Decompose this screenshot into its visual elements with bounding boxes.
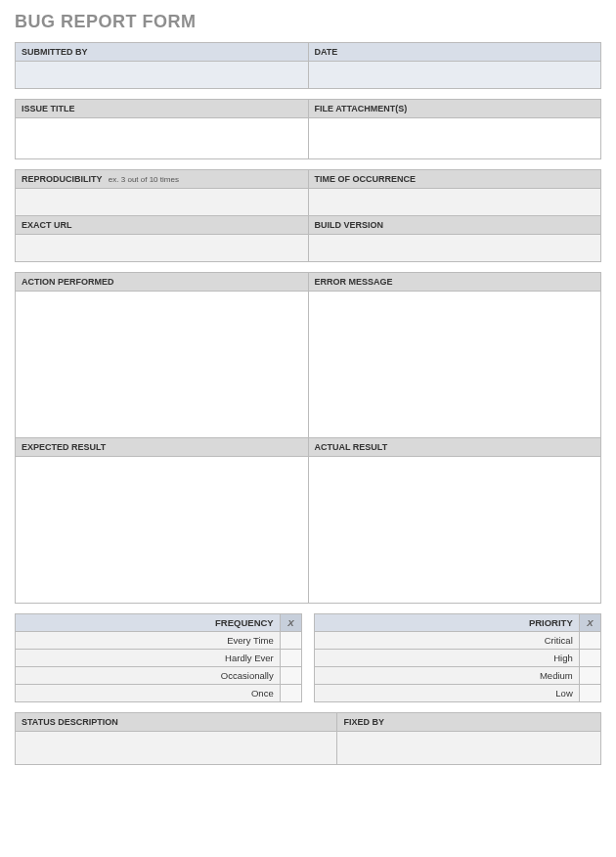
freq-option: Once (16, 685, 281, 702)
field-fixed-by[interactable] (337, 732, 601, 765)
pri-check-1[interactable] (579, 650, 600, 667)
pri-option: Medium (315, 667, 580, 685)
label-date: DATE (308, 43, 601, 62)
field-date[interactable] (308, 62, 601, 89)
label-fixed-by: FIXED BY (337, 713, 601, 732)
label-exact-url: EXACT URL (16, 216, 309, 235)
pri-option: High (315, 650, 580, 667)
label-action-performed: ACTION PERFORMED (16, 273, 309, 292)
label-reproducibility: REPRODUCIBILITY ex. 3 out of 10 times (16, 170, 309, 189)
gap (301, 614, 314, 632)
freq-option: Hardly Ever (16, 650, 281, 667)
label-status-description: STATUS DESCRIPTION (16, 713, 337, 732)
field-status-description[interactable] (16, 732, 337, 765)
field-time-of-occurrence[interactable] (308, 189, 601, 216)
section-submitted-date: SUBMITTED BY DATE (15, 42, 601, 89)
label-expected-result: EXPECTED RESULT (16, 438, 309, 457)
label-reproducibility-text: REPRODUCIBILITY (22, 174, 102, 184)
pri-option: Low (315, 685, 580, 702)
label-time-of-occurrence: TIME OF OCCURRENCE (308, 170, 601, 189)
section-status-fixed: STATUS DESCRIPTION FIXED BY (15, 712, 601, 765)
header-priority: PRIORITY (315, 614, 580, 632)
freq-check-1[interactable] (280, 650, 301, 667)
field-expected-result[interactable] (16, 457, 309, 604)
header-frequency-x: X (280, 614, 301, 632)
field-action-performed[interactable] (16, 292, 309, 438)
field-issue-title[interactable] (16, 118, 309, 159)
field-file-attachments[interactable] (308, 118, 601, 159)
section-issue-attachment: ISSUE TITLE FILE ATTACHMENT(S) (15, 99, 601, 159)
field-build-version[interactable] (308, 235, 601, 262)
pri-check-3[interactable] (579, 685, 600, 702)
page-title: BUG REPORT FORM (15, 12, 601, 32)
field-submitted-by[interactable] (16, 62, 309, 89)
freq-check-2[interactable] (280, 667, 301, 685)
label-build-version: BUILD VERSION (308, 216, 601, 235)
field-error-message[interactable] (308, 292, 601, 438)
pri-check-0[interactable] (579, 632, 600, 650)
label-error-message: ERROR MESSAGE (308, 273, 601, 292)
freq-check-0[interactable] (280, 632, 301, 650)
field-exact-url[interactable] (16, 235, 309, 262)
hint-reproducibility: ex. 3 out of 10 times (109, 175, 179, 184)
label-file-attachments: FILE ATTACHMENT(S) (308, 100, 601, 118)
header-frequency: FREQUENCY (16, 614, 281, 632)
section-reproducibility: REPRODUCIBILITY ex. 3 out of 10 times TI… (15, 169, 601, 262)
label-issue-title: ISSUE TITLE (16, 100, 309, 118)
label-submitted-by: SUBMITTED BY (16, 43, 309, 62)
pri-option: Critical (315, 632, 580, 650)
header-priority-x: X (579, 614, 600, 632)
field-reproducibility[interactable] (16, 189, 309, 216)
label-actual-result: ACTUAL RESULT (308, 438, 601, 457)
freq-check-3[interactable] (280, 685, 301, 702)
section-action-error: ACTION PERFORMED ERROR MESSAGE EXPECTED … (15, 272, 601, 604)
section-frequency-priority: FREQUENCY X PRIORITY X Every Time Critic… (15, 613, 601, 702)
field-actual-result[interactable] (308, 457, 601, 604)
freq-option: Occasionally (16, 667, 281, 685)
freq-option: Every Time (16, 632, 281, 650)
pri-check-2[interactable] (579, 667, 600, 685)
